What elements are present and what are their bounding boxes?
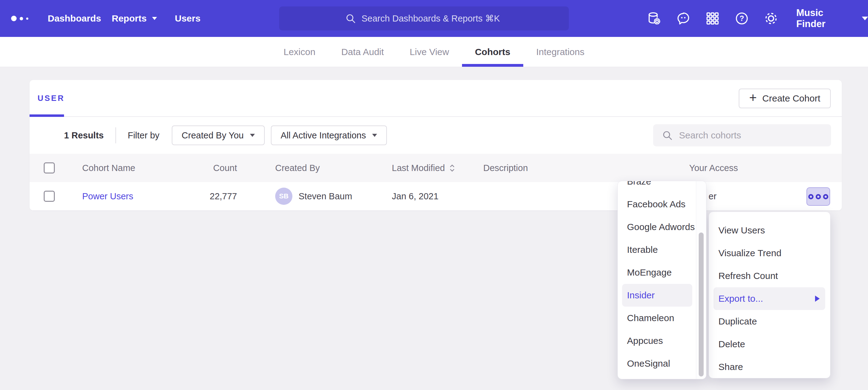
create-cohort-label: Create Cohort [763,93,820,104]
menu-item-facebook-ads[interactable]: Facebook Ads [618,193,696,216]
tab-lexicon[interactable]: Lexicon [271,37,328,67]
menu-item-chameleon[interactable]: Chameleon [618,307,696,329]
menu-item-moengage[interactable]: MoEngage [618,261,696,284]
help-icon[interactable]: ? [735,11,749,26]
menu-item-export-to[interactable]: Export to... [713,287,825,310]
sort-icon [449,164,456,172]
table-row: Power Users 22,777 SB Steven Baum Jan 6,… [30,182,842,210]
ellipsis-dot-icon [823,194,828,199]
filter-created-by-dropdown[interactable]: Created By You [172,126,265,145]
avatar: SB [275,188,292,205]
ellipsis-dot-icon [808,194,813,199]
column-your-access: Your Access [689,163,738,173]
nav-dashboards[interactable]: Dashboards [48,0,101,37]
results-count: 1 Results [64,130,104,140]
svg-text:?: ? [740,14,744,23]
menu-item-visualize-trend[interactable]: Visualize Trend [709,242,830,264]
menu-item-insider[interactable]: Insider [622,284,692,307]
cohort-actions-menu: View Users Visualize Trend Refresh Count… [709,212,831,378]
data-management-tabs: Lexicon Data Audit Live View Cohorts Int… [0,37,868,67]
nav-reports[interactable]: Reports [112,0,157,37]
filter-by-label: Filter by [128,130,159,140]
menu-item-refresh-count[interactable]: Refresh Count [709,264,830,287]
filter-integrations-label: All Active Integrations [281,130,366,140]
your-access-value-clipped: er [709,191,717,201]
topbar: Dashboards Reports Users [0,0,868,37]
created-by-cell: SB Steven Baum [275,188,352,205]
search-icon [662,130,673,141]
chevron-down-icon [152,17,157,20]
cohort-type-strip: USER + Create Cohort [30,80,842,117]
cohort-search[interactable] [653,124,831,147]
create-cohort-button[interactable]: + Create Cohort [739,89,831,108]
scrollbar-track[interactable] [696,181,706,379]
menu-item-braze[interactable]: Braze [618,181,696,193]
menu-item-export-to-label: Export to... [718,293,763,304]
menu-item-iterable[interactable]: Iterable [618,238,696,261]
created-by-name: Steven Baum [299,191,352,201]
data-management-icon[interactable] [647,11,661,26]
ellipsis-dot-icon [816,194,821,199]
global-search-input[interactable] [362,13,503,24]
tab-cohorts[interactable]: Cohorts [462,37,523,67]
column-count: Count [168,163,237,173]
settings-gear-icon[interactable] [764,11,778,26]
column-cohort-name: Cohort Name [82,163,135,173]
menu-item-google-adwords[interactable]: Google Adwords [618,216,696,238]
column-created-by: Created By [275,163,320,173]
tab-live-view[interactable]: Live View [397,37,462,67]
select-all-checkbox[interactable] [44,162,55,173]
row-more-options-button[interactable] [806,187,830,206]
cohort-count: 22,777 [168,191,237,201]
column-last-modified-label: Last Modified [392,163,445,173]
submenu-arrow-icon [815,296,820,302]
menu-item-delete[interactable]: Delete [709,333,830,356]
chevron-down-icon [862,17,868,20]
search-icon [345,13,356,24]
scrollbar-thumb[interactable] [699,232,704,377]
logo-dot-medium [20,17,23,20]
project-name: Music Finder [796,7,853,30]
nav-users[interactable]: Users [175,0,200,37]
chevron-down-icon [250,134,255,137]
cohort-name-link[interactable]: Power Users [82,191,133,201]
filter-created-by-label: Created By You [182,130,244,140]
menu-item-share[interactable]: Share [709,356,830,378]
plus-icon: + [749,91,757,104]
active-tab-underline [30,115,64,117]
project-switcher[interactable]: Music Finder [796,0,868,37]
menu-item-onesignal[interactable]: OneSignal [618,352,696,375]
apps-grid-icon[interactable] [705,11,720,26]
cohorts-panel: USER + Create Cohort 1 Results Filter by… [30,80,842,210]
filter-bar: 1 Results Filter by Created By You All A… [30,117,842,154]
tab-data-audit[interactable]: Data Audit [329,37,397,67]
tab-user-cohorts[interactable]: USER [37,80,65,116]
row-checkbox[interactable] [44,191,55,202]
global-search[interactable] [279,6,569,30]
logo-dot-small [26,18,28,20]
feedback-bubble-icon[interactable] [676,11,691,26]
nav-reports-label: Reports [112,13,147,24]
table-header: Cohort Name Count Created By Last Modifi… [30,154,842,182]
column-last-modified[interactable]: Last Modified [392,163,456,173]
filter-integrations-dropdown[interactable]: All Active Integrations [271,126,387,145]
mixpanel-logo-icon[interactable] [11,0,28,37]
export-destinations-menu: Braze Facebook Ads Google Adwords Iterab… [617,181,706,379]
menu-item-appcues[interactable]: Appcues [618,329,696,352]
menu-item-view-users[interactable]: View Users [709,219,830,242]
menu-item-duplicate[interactable]: Duplicate [709,310,830,333]
chevron-down-icon [372,134,377,137]
column-description: Description [483,163,528,173]
cohort-search-input[interactable] [679,130,796,140]
tab-integrations[interactable]: Integrations [523,37,597,67]
export-menu-scroll-area: Braze Facebook Ads Google Adwords Iterab… [618,181,696,379]
logo-dot-large [11,16,17,21]
last-modified-cell: Jan 6, 2021 [392,191,439,201]
divider [116,127,116,143]
